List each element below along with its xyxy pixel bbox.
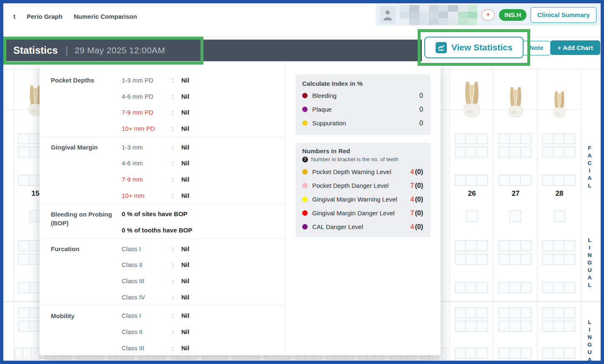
probe-cell[interactable]: [542, 133, 554, 144]
probe-cell[interactable]: [499, 282, 510, 293]
tab-numeric-comparison[interactable]: Numeric Comparison: [74, 13, 137, 20]
probe-cell[interactable]: [466, 307, 477, 318]
probe-cell[interactable]: [31, 348, 40, 359]
note-button[interactable]: Note: [522, 41, 551, 55]
probe-cell[interactable]: [466, 282, 477, 293]
probe-cell[interactable]: [29, 147, 40, 157]
probe-cell[interactable]: [542, 348, 554, 359]
probe-cell[interactable]: [499, 147, 510, 157]
probe-cell[interactable]: [564, 133, 575, 144]
probe-cell[interactable]: [18, 147, 30, 157]
probe-cell[interactable]: [466, 240, 477, 251]
probe-cell[interactable]: [542, 240, 554, 251]
probe-cell[interactable]: [29, 240, 40, 251]
probe-cell[interactable]: [29, 254, 40, 264]
probe-cell[interactable]: [564, 175, 575, 186]
probe-cell[interactable]: [466, 175, 477, 186]
probe-cell[interactable]: [510, 210, 521, 222]
probe-cell[interactable]: [564, 348, 575, 359]
probe-cell[interactable]: [499, 321, 510, 332]
probe-cell[interactable]: [466, 210, 477, 222]
probe-cell[interactable]: [553, 348, 564, 359]
probe-cell[interactable]: [542, 282, 554, 293]
probe-cell[interactable]: [476, 282, 488, 293]
probe-cell[interactable]: [499, 133, 510, 144]
probe-cell[interactable]: [499, 348, 510, 359]
probe-cell[interactable]: [520, 254, 531, 264]
probe-cell[interactable]: [564, 307, 575, 318]
probe-cell[interactable]: [29, 282, 40, 293]
probe-cell[interactable]: [466, 254, 477, 264]
probe-cell[interactable]: [466, 348, 477, 359]
probe-cell[interactable]: [15, 348, 23, 359]
probe-cell[interactable]: [476, 348, 488, 359]
probe-cell[interactable]: [29, 307, 40, 318]
probe-cell[interactable]: [553, 240, 564, 251]
view-statistics-button[interactable]: View Statistics: [424, 37, 524, 58]
probe-cell[interactable]: [509, 175, 521, 186]
probe-cell[interactable]: [29, 321, 40, 332]
probe-cell[interactable]: [455, 348, 466, 359]
probe-cell[interactable]: [18, 282, 30, 293]
probe-cell[interactable]: [30, 210, 41, 222]
probe-cell[interactable]: [466, 321, 477, 332]
probe-cell[interactable]: [499, 254, 510, 264]
probe-cell[interactable]: [553, 133, 564, 144]
probe-cell[interactable]: [509, 348, 521, 359]
probe-cell[interactable]: [564, 321, 575, 332]
probe-cell[interactable]: [466, 133, 477, 144]
probe-cell[interactable]: [564, 282, 575, 293]
probe-cell[interactable]: [564, 254, 575, 264]
probe-cell[interactable]: [520, 147, 531, 157]
probe-cell[interactable]: [553, 254, 564, 264]
probe-cell[interactable]: [455, 240, 466, 251]
probe-cell[interactable]: [455, 321, 466, 332]
probe-cell[interactable]: [564, 240, 575, 251]
probe-cell[interactable]: [520, 321, 531, 332]
probe-cell[interactable]: [542, 254, 554, 264]
tab-chart-cut[interactable]: t: [13, 13, 15, 20]
probe-cell[interactable]: [509, 254, 521, 264]
probe-cell[interactable]: [455, 307, 466, 318]
probe-cell[interactable]: [476, 307, 488, 318]
clinical-summary-button[interactable]: Clinical Summary: [531, 7, 596, 23]
probe-cell[interactable]: [476, 254, 488, 264]
probe-cell[interactable]: [18, 254, 30, 264]
probe-cell[interactable]: [455, 147, 466, 157]
probe-cell[interactable]: [520, 133, 531, 144]
probe-cell[interactable]: [564, 147, 575, 157]
probe-cell[interactable]: [553, 147, 564, 157]
probe-cell[interactable]: [509, 321, 521, 332]
probe-cell[interactable]: [520, 307, 531, 318]
add-patient-flag-button[interactable]: +: [481, 9, 495, 21]
probe-cell[interactable]: [466, 147, 477, 157]
probe-cell[interactable]: [520, 282, 531, 293]
probe-cell[interactable]: [542, 175, 554, 186]
probe-cell[interactable]: [18, 240, 30, 251]
probe-cell[interactable]: [553, 175, 564, 186]
probe-cell[interactable]: [18, 175, 30, 186]
probe-cell[interactable]: [542, 321, 554, 332]
probe-cell[interactable]: [476, 147, 488, 157]
probe-cell[interactable]: [520, 348, 531, 359]
probe-cell[interactable]: [509, 133, 521, 144]
probe-cell[interactable]: [476, 321, 488, 332]
probe-cell[interactable]: [455, 254, 466, 264]
probe-cell[interactable]: [29, 133, 40, 144]
probe-cell[interactable]: [553, 282, 564, 293]
probe-cell[interactable]: [509, 307, 521, 318]
probe-cell[interactable]: [509, 282, 521, 293]
add-chart-button[interactable]: + Add Chart: [550, 40, 600, 55]
probe-cell[interactable]: [509, 147, 521, 157]
probe-cell[interactable]: [455, 133, 466, 144]
probe-cell[interactable]: [520, 240, 531, 251]
probe-cell[interactable]: [29, 175, 40, 186]
probe-cell[interactable]: [542, 147, 554, 157]
probe-cell[interactable]: [455, 175, 466, 186]
probe-cell[interactable]: [553, 321, 564, 332]
probe-cell[interactable]: [554, 210, 565, 222]
probe-cell[interactable]: [18, 307, 30, 318]
probe-cell[interactable]: [476, 175, 488, 186]
probe-cell[interactable]: [553, 307, 564, 318]
probe-cell[interactable]: [476, 240, 488, 251]
